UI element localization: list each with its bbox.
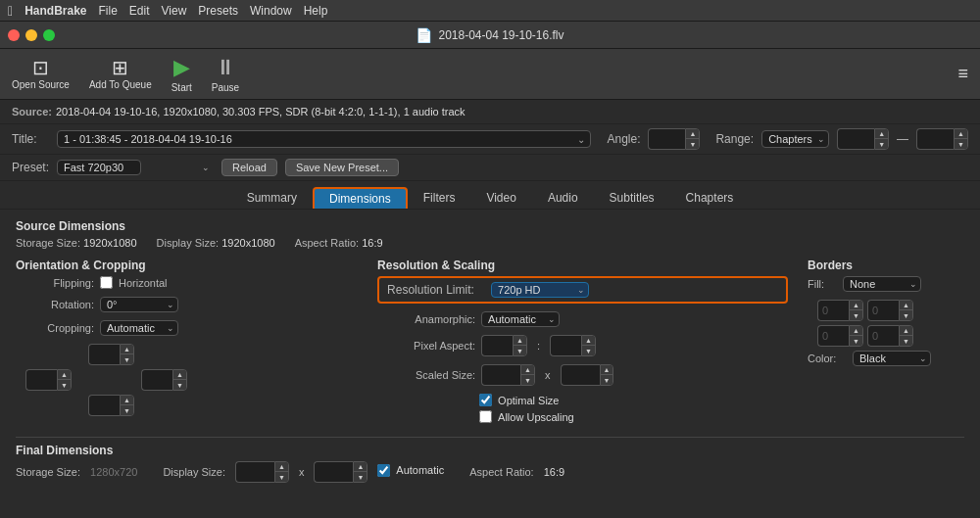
border-1-down[interactable]: ▼ <box>900 310 912 320</box>
final-auto-checkbox[interactable] <box>377 464 390 477</box>
tab-chapters[interactable]: Chapters <box>670 187 750 209</box>
presets-button[interactable]: ≡ <box>957 64 968 84</box>
minimize-button[interactable] <box>25 29 37 41</box>
dimensions-panel: Source Dimensions Storage Size: 1920x108… <box>0 210 980 493</box>
apple-menu[interactable]:  <box>8 3 13 19</box>
final-dimensions-header: Final Dimensions <box>16 444 964 457</box>
tab-dimensions[interactable]: Dimensions <box>313 187 408 209</box>
rotation-select[interactable]: 0° <box>100 297 178 312</box>
range-select[interactable]: Chapters <box>761 130 829 148</box>
pixel-w-up[interactable]: ▲ <box>514 336 526 346</box>
border-inputs: ▲ ▼ ▲ ▼ <box>817 300 964 347</box>
cropping-select[interactable]: Automatic <box>100 320 178 336</box>
scaled-h-stepper[interactable]: 720 ▲ ▼ <box>561 364 614 386</box>
menu-edit[interactable]: Edit <box>129 4 150 18</box>
crop-bottom-up[interactable]: ▲ <box>121 396 133 405</box>
scaled-w-stepper[interactable]: 1280 ▲ ▼ <box>481 364 535 386</box>
tab-summary[interactable]: Summary <box>231 187 313 209</box>
final-h-down[interactable]: ▼ <box>354 472 367 482</box>
border-3-up[interactable]: ▲ <box>900 326 912 336</box>
scaled-w-down[interactable]: ▼ <box>521 375 534 385</box>
fill-select[interactable]: None <box>843 276 921 292</box>
border-1-stepper[interactable]: ▲ ▼ <box>867 300 913 321</box>
save-new-preset-button[interactable]: Save New Preset... <box>285 159 399 176</box>
pixel-h-stepper[interactable]: 1 ▲ ▼ <box>550 335 596 356</box>
range-from-down[interactable]: ▼ <box>875 139 888 149</box>
menu-file[interactable]: File <box>98 4 117 18</box>
preset-select[interactable]: Fast 720p30 <box>57 160 141 175</box>
optimal-size-checkbox[interactable] <box>479 394 492 406</box>
crop-top-up[interactable]: ▲ <box>121 345 133 354</box>
tab-subtitles[interactable]: Subtitles <box>594 187 670 209</box>
crop-left-stepper[interactable]: 0 ▲ ▼ <box>25 369 84 391</box>
final-w-down[interactable]: ▼ <box>275 472 288 482</box>
pause-button[interactable]: ⏸ Pause <box>212 55 239 93</box>
menu-help[interactable]: Help <box>304 4 328 18</box>
pixel-h-down[interactable]: ▼ <box>582 346 595 355</box>
crop-top-down[interactable]: ▼ <box>121 354 133 364</box>
tab-video[interactable]: Video <box>470 187 531 209</box>
crop-right-up[interactable]: ▲ <box>173 370 186 380</box>
start-icon: ▶ <box>173 55 190 80</box>
border-3-down[interactable]: ▼ <box>900 336 912 346</box>
color-select[interactable]: Black <box>853 351 931 366</box>
final-display-w-stepper[interactable]: 1280 ▲ ▼ <box>235 461 289 483</box>
crop-bottom-down[interactable]: ▼ <box>121 405 133 415</box>
title-select[interactable]: 1 - 01:38:45 - 2018-04-04 19-10-16 <box>57 130 591 148</box>
border-2-down[interactable]: ▼ <box>850 336 862 346</box>
resolution-limit-select[interactable]: 720p HD <box>491 282 589 298</box>
final-w-up[interactable]: ▲ <box>275 462 288 472</box>
scaled-h-down[interactable]: ▼ <box>601 375 613 385</box>
final-x-separator: x <box>299 466 305 478</box>
source-dimensions-info: Storage Size: 1920x1080 Display Size: 19… <box>16 237 964 249</box>
open-source-button[interactable]: ⊡ Open Source <box>12 58 70 90</box>
pixel-h-up[interactable]: ▲ <box>582 336 595 346</box>
maximize-button[interactable] <box>43 29 55 41</box>
pixel-w-stepper[interactable]: 1 ▲ ▼ <box>481 335 527 356</box>
crop-right-stepper[interactable]: 0 ▲ ▼ <box>141 369 190 391</box>
crop-bottom-stepper[interactable]: 0 ▲ ▼ <box>88 395 137 416</box>
crop-right-down[interactable]: ▼ <box>173 380 186 390</box>
final-display-h-stepper[interactable]: 720 ▲ ▼ <box>314 461 368 483</box>
allow-upscaling-checkbox[interactable] <box>479 410 492 423</box>
horizontal-checkbox[interactable] <box>100 276 113 289</box>
crop-left-down[interactable]: ▼ <box>58 380 71 390</box>
border-1-up[interactable]: ▲ <box>900 301 912 310</box>
range-separator: — <box>897 132 908 146</box>
menu-view[interactable]: View <box>162 4 187 18</box>
border-2-up[interactable]: ▲ <box>850 326 862 336</box>
allow-upscaling-row: Allow Upscaling <box>479 410 788 423</box>
start-button[interactable]: ▶ Start <box>172 55 192 93</box>
range-to-up[interactable]: ▲ <box>955 129 967 139</box>
border-0-down[interactable]: ▼ <box>850 310 862 320</box>
scaled-h-up[interactable]: ▲ <box>601 365 613 375</box>
crop-top-stepper[interactable]: 0 ▲ ▼ <box>88 344 137 365</box>
anamorphic-select[interactable]: Automatic <box>481 311 560 327</box>
pixel-w-down[interactable]: ▼ <box>514 346 526 355</box>
close-button[interactable] <box>8 29 20 41</box>
scaled-w-up[interactable]: ▲ <box>521 365 534 375</box>
angle-up[interactable]: ▲ <box>686 129 699 139</box>
resolution-header: Resolution & Scaling <box>377 259 788 272</box>
range-to-down[interactable]: ▼ <box>955 139 967 149</box>
preset-row: Preset: Fast 720p30 Reload Save New Pres… <box>0 155 980 181</box>
reload-button[interactable]: Reload <box>221 159 277 176</box>
app-menu[interactable]: HandBrake <box>24 4 86 18</box>
range-to-stepper[interactable]: 1 ▲ ▼ <box>916 128 968 150</box>
angle-down[interactable]: ▼ <box>686 139 699 149</box>
menu-window[interactable]: Window <box>250 4 292 18</box>
tabs-bar: Summary Dimensions Filters Video Audio S… <box>0 181 980 210</box>
menu-presets[interactable]: Presets <box>198 4 238 18</box>
crop-left-up[interactable]: ▲ <box>58 370 71 380</box>
border-0-up[interactable]: ▲ <box>850 301 862 310</box>
range-from-up[interactable]: ▲ <box>875 129 888 139</box>
final-h-up[interactable]: ▲ <box>354 462 367 472</box>
border-2-stepper[interactable]: ▲ ▼ <box>817 325 863 347</box>
angle-stepper[interactable]: 1 ▲ ▼ <box>648 128 700 150</box>
tab-audio[interactable]: Audio <box>532 187 594 209</box>
tab-filters[interactable]: Filters <box>408 187 471 209</box>
border-0-stepper[interactable]: ▲ ▼ <box>817 300 863 321</box>
border-3-stepper[interactable]: ▲ ▼ <box>867 325 913 347</box>
add-to-queue-button[interactable]: ⊞ Add To Queue <box>89 58 152 90</box>
range-from-stepper[interactable]: 1 ▲ ▼ <box>837 128 889 150</box>
